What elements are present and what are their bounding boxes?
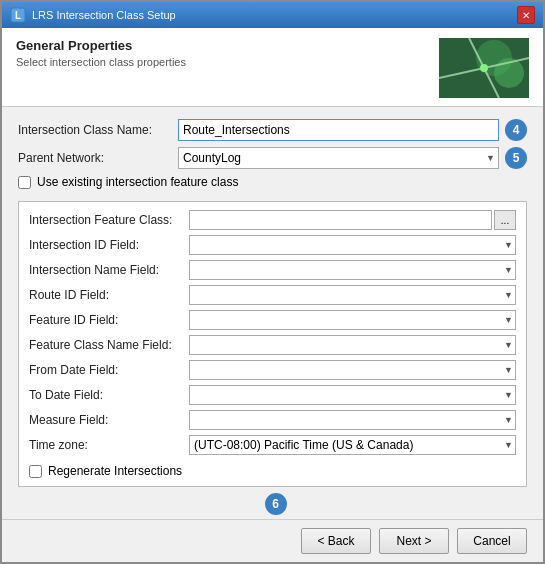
class-name-label: Intersection Class Name: bbox=[18, 123, 178, 137]
route-id-label: Route ID Field: bbox=[29, 288, 189, 302]
regenerate-label: Regenerate Intersections bbox=[48, 464, 182, 478]
to-date-dropdown[interactable] bbox=[189, 385, 516, 405]
feature-class-name-label: Feature Class Name Field: bbox=[29, 338, 189, 352]
from-date-dropdown[interactable] bbox=[189, 360, 516, 380]
header-graphic bbox=[439, 38, 529, 98]
feature-class-input[interactable] bbox=[189, 210, 492, 230]
regenerate-checkbox[interactable] bbox=[29, 465, 42, 478]
id-field-label: Intersection ID Field: bbox=[29, 238, 189, 252]
title-bar-left: L LRS Intersection Class Setup bbox=[10, 7, 176, 23]
feature-class-name-row: Feature Class Name Field: ▼ bbox=[29, 335, 516, 355]
id-field-dropdown[interactable] bbox=[189, 235, 516, 255]
feature-id-row: Feature ID Field: ▼ bbox=[29, 310, 516, 330]
header-section: General Properties Select intersection c… bbox=[2, 28, 543, 107]
use-existing-checkbox[interactable] bbox=[18, 176, 31, 189]
regenerate-row: Regenerate Intersections bbox=[29, 464, 516, 478]
next-button[interactable]: Next > bbox=[379, 528, 449, 554]
from-date-label: From Date Field: bbox=[29, 363, 189, 377]
to-date-row: To Date Field: ▼ bbox=[29, 385, 516, 405]
from-date-row: From Date Field: ▼ bbox=[29, 360, 516, 380]
content-area: General Properties Select intersection c… bbox=[2, 28, 543, 562]
timezone-label: Time zone: bbox=[29, 438, 189, 452]
parent-network-label: Parent Network: bbox=[18, 151, 178, 165]
route-id-dropdown[interactable] bbox=[189, 285, 516, 305]
feature-class-row: Intersection Feature Class: ... bbox=[29, 210, 516, 230]
feature-id-control: ▼ bbox=[189, 310, 516, 330]
header-title: General Properties bbox=[16, 38, 439, 53]
feature-class-name-control: ▼ bbox=[189, 335, 516, 355]
route-id-row: Route ID Field: ▼ bbox=[29, 285, 516, 305]
close-button[interactable]: ✕ bbox=[517, 6, 535, 24]
name-field-dropdown[interactable] bbox=[189, 260, 516, 280]
name-field-label: Intersection Name Field: bbox=[29, 263, 189, 277]
feature-id-dropdown[interactable] bbox=[189, 310, 516, 330]
parent-network-row: Parent Network: CountyLog ▼ 5 bbox=[18, 147, 527, 169]
svg-point-7 bbox=[480, 64, 488, 72]
header-text: General Properties Select intersection c… bbox=[16, 38, 439, 68]
parent-network-dropdown[interactable]: CountyLog bbox=[178, 147, 499, 169]
step6-badge: 6 bbox=[265, 493, 287, 515]
svg-text:L: L bbox=[15, 10, 21, 21]
use-existing-label: Use existing intersection feature class bbox=[37, 175, 238, 189]
header-subtitle: Select intersection class properties bbox=[16, 56, 439, 68]
measure-row: Measure Field: ▼ bbox=[29, 410, 516, 430]
parent-network-control: CountyLog ▼ bbox=[178, 147, 499, 169]
name-field-row: Intersection Name Field: ▼ bbox=[29, 260, 516, 280]
title-bar: L LRS Intersection Class Setup ✕ bbox=[2, 2, 543, 28]
footer: < Back Next > Cancel bbox=[2, 519, 543, 562]
main-window: L LRS Intersection Class Setup ✕ General… bbox=[0, 0, 545, 564]
measure-control: ▼ bbox=[189, 410, 516, 430]
class-name-row: Intersection Class Name: 4 bbox=[18, 119, 527, 141]
step5-badge: 5 bbox=[505, 147, 527, 169]
use-existing-row: Use existing intersection feature class bbox=[18, 175, 527, 189]
cancel-button[interactable]: Cancel bbox=[457, 528, 527, 554]
timezone-row: Time zone: (UTC-08:00) Pacific Time (US … bbox=[29, 435, 516, 455]
timezone-dropdown[interactable]: (UTC-08:00) Pacific Time (US & Canada) bbox=[189, 435, 516, 455]
footer-badge-area: 6 bbox=[2, 489, 543, 515]
id-field-control: ▼ bbox=[189, 235, 516, 255]
class-name-input[interactable] bbox=[178, 119, 499, 141]
header-image bbox=[439, 38, 529, 98]
measure-label: Measure Field: bbox=[29, 413, 189, 427]
name-field-control: ▼ bbox=[189, 260, 516, 280]
to-date-label: To Date Field: bbox=[29, 388, 189, 402]
to-date-control: ▼ bbox=[189, 385, 516, 405]
feature-class-control: ... bbox=[189, 210, 516, 230]
main-content: Intersection Class Name: 4 Parent Networ… bbox=[2, 107, 543, 489]
back-button[interactable]: < Back bbox=[301, 528, 371, 554]
id-field-row: Intersection ID Field: ▼ bbox=[29, 235, 516, 255]
feature-class-label: Intersection Feature Class: bbox=[29, 213, 189, 227]
step4-badge: 4 bbox=[505, 119, 527, 141]
timezone-control: (UTC-08:00) Pacific Time (US & Canada) ▼ bbox=[189, 435, 516, 455]
window-title: LRS Intersection Class Setup bbox=[32, 9, 176, 21]
fields-section: Intersection Feature Class: ... Intersec… bbox=[18, 201, 527, 487]
measure-dropdown[interactable] bbox=[189, 410, 516, 430]
class-name-control bbox=[178, 119, 499, 141]
feature-id-label: Feature ID Field: bbox=[29, 313, 189, 327]
browse-button[interactable]: ... bbox=[494, 210, 516, 230]
feature-class-name-dropdown[interactable] bbox=[189, 335, 516, 355]
route-id-control: ▼ bbox=[189, 285, 516, 305]
from-date-control: ▼ bbox=[189, 360, 516, 380]
app-icon: L bbox=[10, 7, 26, 23]
